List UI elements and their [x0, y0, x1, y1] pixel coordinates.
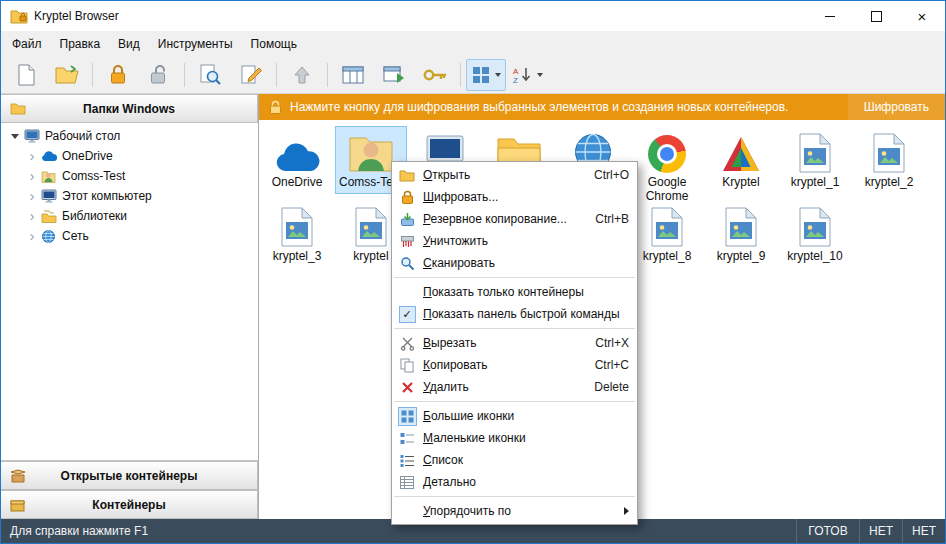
- file-item-google-chrome[interactable]: Google Chrome: [631, 126, 703, 208]
- file-item-kryptel-1[interactable]: kryptel_1: [779, 126, 851, 194]
- context-menu-item-scan[interactable]: Сканировать: [392, 252, 637, 274]
- context-menu-item-backup[interactable]: Резервное копирование... Ctrl+B: [392, 208, 637, 230]
- sort-button[interactable]: AZ: [507, 59, 547, 91]
- expander-expanded-icon[interactable]: [8, 134, 22, 139]
- lock-icon: [395, 187, 419, 207]
- context-menu-item-show-only-containers[interactable]: Показать только контейнеры: [392, 281, 637, 303]
- open-folder-icon: [55, 65, 79, 85]
- edit-button[interactable]: [231, 59, 271, 91]
- expander-collapsed-icon[interactable]: ›: [25, 169, 39, 183]
- encrypt-button[interactable]: [98, 59, 138, 91]
- menu-item-label: Удалить: [423, 380, 584, 394]
- context-menu-item-details[interactable]: Детально: [392, 471, 637, 493]
- maximize-button[interactable]: [853, 1, 899, 31]
- tree-item-this-pc[interactable]: › Этот компьютер: [1, 186, 258, 206]
- context-menu-item-arrange-by[interactable]: Упорядочить по: [392, 500, 637, 522]
- computer-icon: [39, 189, 58, 203]
- file-item-onedrive[interactable]: OneDrive: [261, 126, 333, 194]
- onedrive-cloud-icon: [39, 151, 58, 162]
- menu-tools[interactable]: Инструменты: [149, 31, 242, 57]
- context-menu-item-destroy[interactable]: Уничтожить: [392, 230, 637, 252]
- toolbar: AZ: [1, 57, 945, 94]
- expander-collapsed-icon[interactable]: ›: [25, 209, 39, 223]
- close-button[interactable]: ×: [899, 1, 945, 31]
- folders-panel-header[interactable]: Папки Windows: [1, 94, 258, 123]
- menu-item-label: Копировать: [423, 358, 585, 372]
- file-item-kryptel-8[interactable]: kryptel_8: [631, 200, 703, 268]
- minimize-button[interactable]: [807, 1, 853, 31]
- scan-icon: [395, 253, 419, 273]
- context-menu-item-show-quick-command-panel[interactable]: ✓ Показать панель быстрой команды: [392, 303, 637, 325]
- icon-view-button[interactable]: [466, 59, 506, 91]
- search-icon: [199, 64, 221, 86]
- status-field-2: НЕТ: [902, 519, 945, 543]
- containers-panel-title: Контейнеры: [92, 498, 165, 512]
- context-menu: Открыть Ctrl+O Шифровать... Резервное ко…: [391, 161, 638, 525]
- file-item-kryptel-2[interactable]: kryptel_2: [853, 126, 925, 194]
- list-view-icon: [395, 450, 419, 470]
- menu-separator: [394, 401, 635, 402]
- open-containers-panel-title: Открытые контейнеры: [61, 469, 198, 483]
- context-menu-item-small-icons[interactable]: Маленькие иконки: [392, 427, 637, 449]
- tree-item-label: Comss-Test: [62, 169, 125, 183]
- tree-item-network[interactable]: › Сеть: [1, 226, 258, 246]
- context-menu-item-large-icons[interactable]: Большие иконки: [392, 405, 637, 427]
- svg-text:Z: Z: [513, 76, 518, 84]
- context-menu-item-delete[interactable]: Удалить Delete: [392, 376, 637, 398]
- tree-item-desktop[interactable]: Рабочий стол: [1, 126, 258, 146]
- expander-collapsed-icon[interactable]: ›: [25, 189, 39, 203]
- app-icon: [10, 9, 28, 24]
- menu-help[interactable]: Помощь: [242, 31, 306, 57]
- menu-view[interactable]: Вид: [109, 31, 149, 57]
- image-file-icon: [725, 203, 757, 247]
- copy-icon: [395, 355, 419, 375]
- lock-icon: [269, 100, 282, 115]
- dropdown-caret-icon: [495, 73, 501, 77]
- search-button[interactable]: [190, 59, 230, 91]
- context-menu-item-list[interactable]: Список: [392, 449, 637, 471]
- tree-item-label: OneDrive: [62, 149, 113, 163]
- menu-file[interactable]: Файл: [3, 31, 51, 57]
- tree-item-comss-test[interactable]: › Comss-Test: [1, 166, 258, 186]
- menu-edit[interactable]: Правка: [51, 31, 110, 57]
- submenu-arrow-icon: [624, 507, 629, 515]
- up-button[interactable]: [282, 59, 322, 91]
- expander-collapsed-icon[interactable]: ›: [25, 229, 39, 243]
- menu-shortcut: Ctrl+B: [595, 212, 629, 226]
- file-item-kryptel-3[interactable]: kryptel_3: [261, 200, 333, 268]
- context-menu-item-open[interactable]: Открыть Ctrl+O: [392, 164, 637, 186]
- file-item-kryptel-10[interactable]: kryptel_10: [779, 200, 851, 268]
- expander-collapsed-icon[interactable]: ›: [25, 149, 39, 163]
- file-item-kryptel-9[interactable]: kryptel_9: [705, 200, 777, 268]
- tree-item-onedrive[interactable]: › OneDrive: [1, 146, 258, 166]
- open-button[interactable]: [47, 59, 87, 91]
- kryptel-browser-window: Kryptel Browser × Файл Правка Вид Инстру…: [0, 0, 946, 544]
- window-title: Kryptel Browser: [34, 9, 119, 23]
- open-containers-panel-header[interactable]: Открытые контейнеры: [1, 461, 258, 490]
- file-label: kryptel_10: [787, 250, 842, 264]
- view-panels-icon: [342, 66, 364, 84]
- keys-button[interactable]: [415, 59, 455, 91]
- toolbar-separator: [92, 63, 93, 87]
- context-menu-item-copy[interactable]: Копировать Ctrl+C: [392, 354, 637, 376]
- decrypt-button[interactable]: [139, 59, 179, 91]
- containers-panel-header[interactable]: Контейнеры: [1, 490, 258, 519]
- titlebar[interactable]: Kryptel Browser ×: [1, 1, 945, 31]
- menu-item-label: Большие иконки: [423, 409, 619, 423]
- sidebar: Папки Windows Рабочий стол › OneDrive: [1, 94, 259, 519]
- toolbar-separator: [184, 63, 185, 87]
- new-container-button[interactable]: [6, 59, 46, 91]
- user-folder-icon: [39, 169, 58, 183]
- encrypt-banner-button[interactable]: Шифровать: [848, 94, 945, 120]
- context-menu-item-cut[interactable]: Вырезать Ctrl+X: [392, 332, 637, 354]
- libraries-icon: [39, 210, 58, 223]
- panels-button[interactable]: [333, 59, 373, 91]
- menu-item-label: Открыть: [423, 168, 584, 182]
- context-menu-item-encrypt[interactable]: Шифровать...: [392, 186, 637, 208]
- large-icons-view-icon: [472, 66, 490, 84]
- tree-item-libraries[interactable]: › Библиотеки: [1, 206, 258, 226]
- desktop-icon: [22, 129, 41, 143]
- file-item-kryptel[interactable]: Kryptel: [705, 126, 777, 194]
- menu-shortcut: Delete: [594, 380, 629, 394]
- quick-command-button[interactable]: [374, 59, 414, 91]
